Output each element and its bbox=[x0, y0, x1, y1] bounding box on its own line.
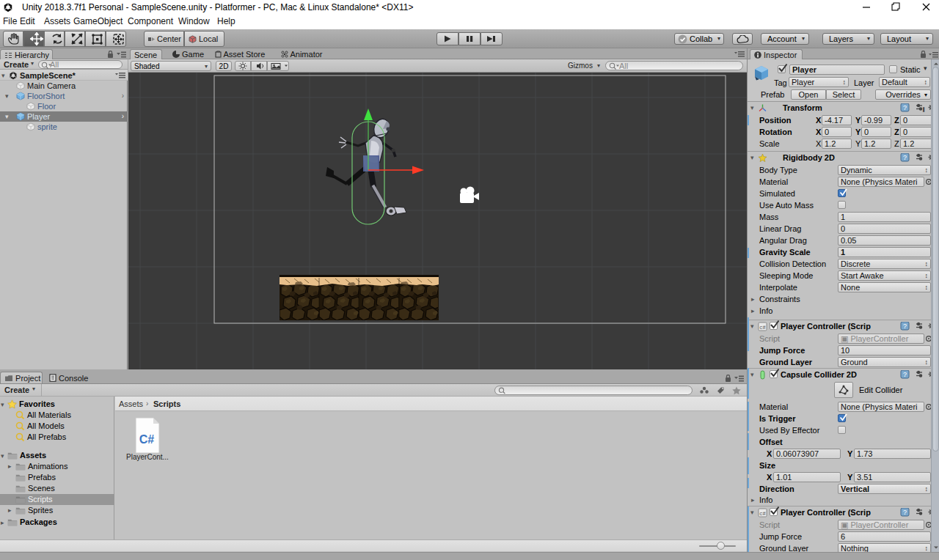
svg-text:c#: c# bbox=[759, 325, 765, 331]
svg-text:c#: c# bbox=[759, 511, 765, 517]
svg-text:?: ? bbox=[903, 371, 907, 378]
svg-text:C#: C# bbox=[139, 433, 155, 446]
svg-text:?: ? bbox=[903, 104, 907, 111]
svg-text:?: ? bbox=[903, 509, 907, 516]
svg-text:?: ? bbox=[903, 154, 907, 161]
svg-text:!: ! bbox=[923, 106, 924, 112]
svg-text:?: ? bbox=[903, 323, 907, 330]
